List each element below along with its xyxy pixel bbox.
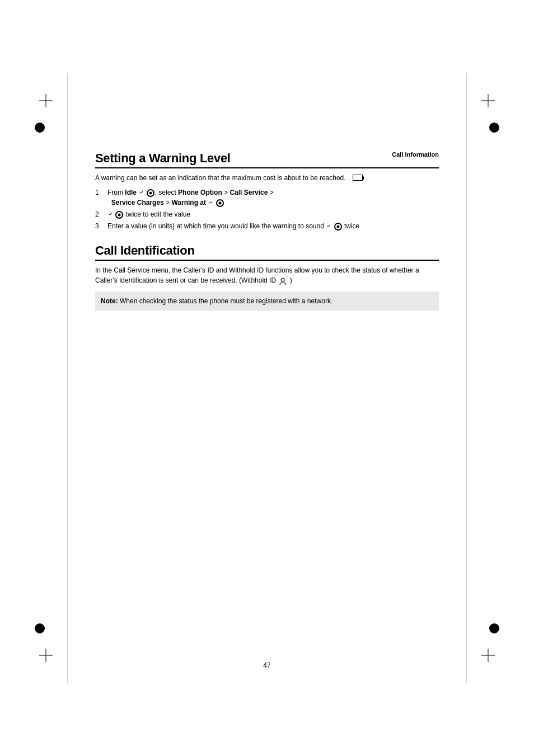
- page-number: 47: [263, 661, 270, 669]
- page-number-value: 47: [263, 661, 270, 669]
- steps-list: 1 From Idle ⤶ , select Phone Option > Ca…: [95, 187, 439, 231]
- select-icon-1b: [216, 199, 224, 207]
- registration-mark-br-circle: [489, 623, 499, 633]
- step-1-phone-option: Phone Option: [178, 189, 222, 196]
- step-1-content: From Idle ⤶ , select Phone Option > Call…: [107, 187, 439, 208]
- step-1-call-service: Call Service: [229, 189, 268, 196]
- page: Call Information Setting a Warning Level…: [0, 0, 534, 756]
- warning-body-text: A warning can be set as an indication th…: [95, 174, 346, 182]
- step-2: 2 ⤶ twice to edit the value: [95, 209, 439, 219]
- guide-line-left: [67, 73, 68, 683]
- step-3-num: 3: [95, 221, 107, 231]
- step-3: 3 Enter a value (in units) at which time…: [95, 221, 439, 231]
- nav-icon-3: ⤶: [326, 222, 331, 230]
- registration-mark-br-cross: [481, 649, 495, 662]
- call-id-body: In the Call Service menu, the Caller's I…: [95, 265, 439, 286]
- registration-mark-tl-circle: [35, 123, 45, 133]
- nav-icon-2: ⤶: [108, 210, 113, 218]
- select-icon-1a: [147, 189, 154, 197]
- svg-point-0: [281, 278, 284, 281]
- registration-mark-bl-cross: [39, 649, 53, 662]
- step-2-num: 2: [95, 209, 107, 219]
- select-icon-3: [334, 223, 342, 231]
- call-id-body-text: In the Call Service menu, the Caller's I…: [95, 266, 419, 284]
- nav-icon-1b: ⤶: [208, 198, 213, 206]
- step-2-content: ⤶ twice to edit the value: [107, 209, 439, 219]
- step-1-service-charges: Service Charges: [111, 199, 164, 206]
- withhold-icon: [279, 276, 286, 286]
- select-icon-2: [115, 211, 123, 219]
- section-title-warning: Setting a Warning Level: [95, 151, 439, 168]
- note-box: Note: When checking the status the phone…: [95, 292, 439, 311]
- step-3-content: Enter a value (in units) at which time y…: [107, 221, 439, 231]
- step-1-warning-at: Warning at: [171, 199, 206, 206]
- closing-paren: ): [290, 276, 292, 284]
- guide-line-right: [466, 73, 467, 683]
- nav-icon-1a: ⤶: [139, 188, 143, 196]
- main-content: Setting a Warning Level A warning can be…: [95, 151, 439, 311]
- registration-mark-bl-circle: [35, 623, 45, 633]
- battery-icon-inline: [348, 174, 363, 182]
- note-text: When checking the status the phone must …: [120, 297, 332, 305]
- warning-body: A warning can be set as an indication th…: [95, 173, 439, 183]
- registration-mark-tr-cross: [481, 94, 495, 107]
- step-1-num: 1: [95, 187, 107, 198]
- step-1: 1 From Idle ⤶ , select Phone Option > Ca…: [95, 187, 439, 208]
- section-title-call-id: Call Identification: [95, 243, 439, 261]
- registration-mark-tl-cross: [39, 94, 53, 107]
- step-1-idle: Idle: [125, 189, 137, 196]
- registration-mark-tr-circle: [489, 123, 499, 133]
- note-label: Note:: [101, 297, 118, 305]
